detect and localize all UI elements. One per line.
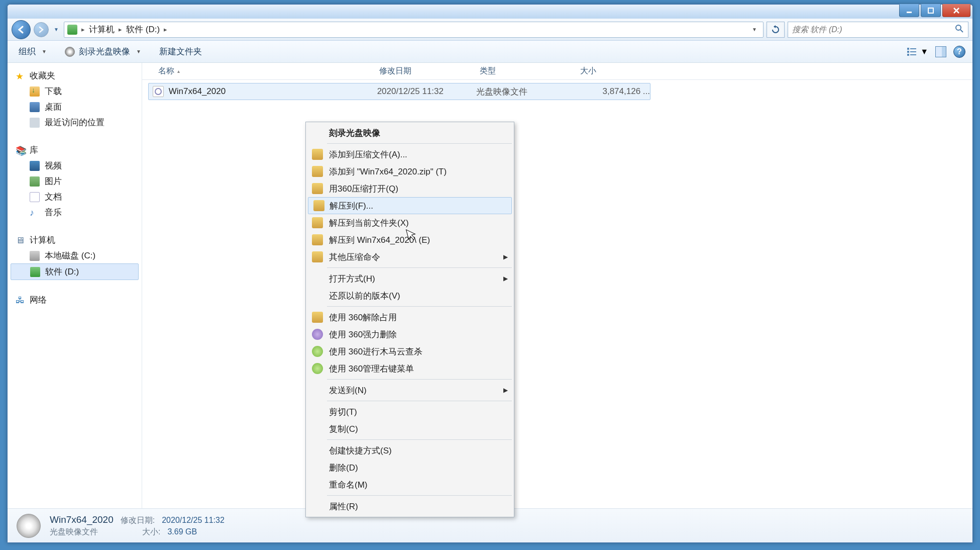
file-row[interactable]: Win7x64_2020 2020/12/25 11:32 光盘映像文件 3,8…: [148, 83, 650, 100]
context-menu-item[interactable]: 创建快捷方式(S): [307, 442, 513, 459]
sidebar-drive-c[interactable]: 本地磁盘 (C:): [11, 248, 139, 263]
svg-rect-9: [910, 54, 916, 55]
context-menu-label: 使用 360管理右键菜单: [329, 363, 414, 375]
context-menu-item[interactable]: 刻录光盘映像: [307, 124, 513, 141]
sidebar-drive-d[interactable]: 软件 (D:): [11, 263, 139, 280]
context-menu-item[interactable]: 使用 360强力删除: [307, 326, 513, 343]
sidebar-downloads[interactable]: 下载: [11, 83, 139, 99]
favorites-header[interactable]: ★ 收藏夹: [11, 68, 139, 83]
network-header[interactable]: 🖧 网络: [11, 292, 139, 308]
search-box[interactable]: [788, 22, 968, 38]
sidebar-desktop[interactable]: 桌面: [11, 99, 139, 115]
sidebar-recent[interactable]: 最近访问的位置: [11, 115, 139, 130]
context-menu-item[interactable]: 使用 360进行木马云查杀: [307, 343, 513, 360]
zip-icon: [312, 251, 323, 262]
file-list[interactable]: Win7x64_2020 2020/12/25 11:32 光盘映像文件 3,8…: [142, 80, 972, 508]
context-menu-item[interactable]: 解压到 Win7x64_2020\ (E): [307, 231, 513, 248]
drive-icon: [30, 267, 40, 277]
minimize-button[interactable]: [899, 4, 919, 17]
context-menu-item[interactable]: 其他压缩命令▶: [307, 248, 513, 265]
breadcrumb-drive[interactable]: 软件 (D:): [126, 24, 160, 35]
view-options-button[interactable]: ▼: [906, 46, 928, 57]
column-header-size[interactable]: 大小: [574, 66, 660, 76]
context-menu-item[interactable]: 重命名(M): [307, 476, 513, 493]
context-menu-item[interactable]: 发送到(N)▶: [307, 382, 513, 399]
context-menu-item[interactable]: 剪切(T): [307, 403, 513, 420]
context-menu-item[interactable]: 使用 360解除占用: [307, 309, 513, 326]
titlebar: [8, 5, 972, 19]
context-menu-label: 还原以前的版本(V): [329, 290, 400, 302]
context-menu-label: 添加到 "Win7x64_2020.zip" (T): [329, 166, 447, 177]
context-menu-label: 其他压缩命令: [329, 251, 380, 263]
desktop-icon: [30, 102, 40, 112]
sidebar-pictures[interactable]: 图片: [11, 173, 139, 189]
maximize-button[interactable]: [921, 4, 941, 17]
sidebar-music[interactable]: ♪音乐: [11, 205, 139, 220]
back-button[interactable]: [12, 20, 31, 39]
sidebar-videos[interactable]: 视频: [11, 158, 139, 173]
newfolder-label: 新建文件夹: [159, 46, 202, 57]
iso-file-icon: [153, 86, 164, 97]
status-date-label: 修改日期:: [121, 515, 155, 526]
breadcrumb-sep-icon: ▸: [119, 26, 122, 33]
recent-icon: [30, 118, 40, 128]
context-menu-item[interactable]: 用360压缩打开(Q): [307, 180, 513, 197]
svg-point-2: [956, 25, 961, 30]
context-menu-item[interactable]: 解压到(F)...: [308, 197, 512, 214]
context-menu-item[interactable]: 打开方式(H)▶: [307, 270, 513, 287]
submenu-arrow-icon: ▶: [503, 253, 508, 260]
sidebar-documents[interactable]: 文档: [11, 189, 139, 205]
address-bar[interactable]: ▸ 计算机 ▸ 软件 (D:) ▸ ▼: [64, 22, 764, 38]
context-menu-item[interactable]: 删除(D): [307, 459, 513, 476]
sort-asc-icon: ▴: [177, 68, 180, 74]
burn-label: 刻录光盘映像: [79, 46, 130, 57]
navigation-bar: ▼ ▸ 计算机 ▸ 软件 (D:) ▸ ▼: [8, 19, 972, 41]
document-icon: [30, 192, 40, 202]
context-menu-item[interactable]: 复制(C): [307, 420, 513, 437]
column-header-date[interactable]: 修改日期: [373, 66, 474, 76]
zip-icon: [312, 149, 323, 160]
zip-icon: [313, 200, 324, 211]
file-thumbnail-icon: [17, 514, 41, 538]
libraries-header[interactable]: 📚 库: [11, 142, 139, 158]
address-dropdown-icon[interactable]: ▼: [749, 27, 760, 32]
submenu-arrow-icon: ▶: [503, 387, 508, 394]
search-icon[interactable]: [955, 24, 964, 35]
context-menu-item[interactable]: 添加到 "Win7x64_2020.zip" (T): [307, 163, 513, 180]
organize-button[interactable]: 组织 ▼: [15, 44, 51, 59]
context-menu-item[interactable]: 属性(R): [307, 498, 513, 515]
history-dropdown[interactable]: ▼: [52, 22, 61, 37]
context-menu-item[interactable]: 解压到当前文件夹(X): [307, 214, 513, 231]
status-type: 光盘映像文件: [50, 527, 98, 537]
forward-button[interactable]: [34, 22, 49, 37]
context-menu-label: 剪切(T): [329, 406, 357, 418]
svg-rect-0: [907, 12, 912, 13]
context-menu-item[interactable]: 还原以前的版本(V): [307, 287, 513, 304]
close-button[interactable]: [942, 4, 970, 17]
help-button[interactable]: ?: [953, 46, 965, 58]
column-header-name[interactable]: 名称▴: [152, 66, 373, 76]
computer-header[interactable]: 🖥 计算机: [11, 232, 139, 248]
drive-icon: [67, 25, 77, 35]
context-menu-separator: [327, 401, 512, 401]
file-list-area: 名称▴ 修改日期 类型 大小 Win7x64_2020 2020/12/25 1…: [142, 63, 972, 508]
breadcrumb-computer[interactable]: 计算机: [89, 24, 115, 35]
context-menu-item[interactable]: 使用 360管理右键菜单: [307, 360, 513, 377]
organize-label: 组织: [19, 46, 36, 57]
context-menu-label: 刻录光盘映像: [329, 127, 380, 139]
breadcrumb-sep-icon: ▸: [164, 26, 167, 33]
search-input[interactable]: [792, 25, 955, 34]
file-name: Win7x64_2020: [169, 86, 377, 97]
network-icon: 🖧: [16, 295, 26, 305]
preview-pane-button[interactable]: [935, 46, 946, 57]
column-header-type[interactable]: 类型: [474, 66, 574, 76]
context-menu-label: 解压到 Win7x64_2020\ (E): [329, 234, 430, 246]
context-menu-item[interactable]: 添加到压缩文件(A)...: [307, 146, 513, 163]
context-menu-label: 创建快捷方式(S): [329, 445, 392, 456]
caret-down-icon: ▼: [920, 47, 928, 56]
refresh-button[interactable]: [767, 22, 785, 38]
burn-disc-image-button[interactable]: 刻录光盘映像 ▼: [61, 44, 145, 59]
svg-rect-1: [928, 8, 933, 13]
zip-icon: [312, 166, 323, 177]
new-folder-button[interactable]: 新建文件夹: [155, 44, 206, 59]
